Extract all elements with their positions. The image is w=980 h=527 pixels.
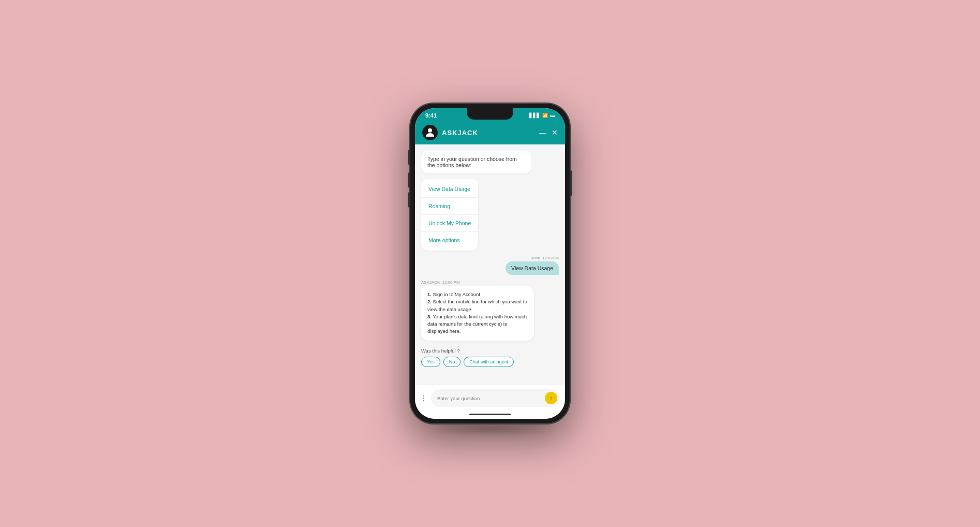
yes-button[interactable]: Yes: [421, 357, 440, 367]
user-message-container: John 12:02PM View Data Usage: [506, 256, 559, 275]
bot-prompt-bubble: Type in your question or choose from the…: [421, 151, 531, 173]
helpful-section: Was this helpful ? Yes No Chat with an a…: [421, 346, 559, 369]
phone-notch: [467, 108, 513, 120]
option-view-data-usage[interactable]: View Data Usage: [421, 181, 478, 198]
phone-device: 9:41 ▋▋▋ 📶 ▬ ASKJACK — ✕: [410, 103, 570, 424]
options-card: View Data Usage Roaming Unlock My Phone …: [421, 179, 478, 251]
app-header: ASKJACK — ✕: [415, 121, 565, 144]
user-time: 12:02PM: [542, 256, 559, 260]
user-message-text: View Data Usage: [511, 265, 553, 271]
no-button[interactable]: No: [443, 357, 461, 367]
phone-shadow: [426, 424, 554, 434]
bot-step-2: 2. Select the mobile line for which you …: [427, 299, 527, 312]
close-button[interactable]: ✕: [552, 128, 558, 137]
minimize-button[interactable]: —: [539, 128, 546, 137]
app-title: ASKJACK: [442, 129, 535, 137]
status-time: 9:41: [425, 112, 437, 119]
bot-bubble: 1. Sign in to My Account. 2. Select the …: [421, 286, 534, 341]
chat-area: Type in your question or choose from the…: [415, 144, 565, 385]
bot-message-container: ASKJACK 12:00 PM 1. Sign in to My Accoun…: [421, 280, 534, 341]
battery-icon: ▬: [550, 113, 555, 118]
question-input[interactable]: [437, 396, 542, 401]
wifi-icon: 📶: [542, 113, 548, 118]
home-indicator: [415, 411, 565, 419]
bot-message-meta: ASKJACK 12:00 PM: [421, 280, 534, 285]
helpful-label: Was this helpful ?: [421, 348, 559, 354]
phone-screen: 9:41 ▋▋▋ 📶 ▬ ASKJACK — ✕: [415, 108, 565, 419]
bot-sender: ASKJACK: [421, 280, 440, 285]
svg-point-0: [428, 128, 432, 133]
option-more-options[interactable]: More options: [421, 232, 478, 248]
user-sender: John: [531, 256, 540, 260]
bot-step-1: 1. Sign in to My Account.: [427, 291, 482, 297]
helpful-buttons: Yes No Chat with an agent: [421, 357, 559, 367]
option-unlock-phone[interactable]: Unlock My Phone: [421, 215, 478, 232]
avatar: [422, 125, 438, 140]
input-field-wrap: ↑: [431, 389, 560, 407]
bot-step-3: 3. Your plan's data limit (along with ho…: [427, 314, 527, 334]
signal-icon: ▋▋▋: [529, 113, 540, 118]
send-icon: ↑: [550, 395, 553, 401]
option-roaming[interactable]: Roaming: [421, 198, 478, 215]
user-message-meta: John 12:02PM: [531, 256, 559, 260]
chat-agent-button[interactable]: Chat with an agent: [464, 357, 514, 367]
home-bar: [469, 414, 511, 415]
send-button[interactable]: ↑: [545, 392, 557, 404]
input-area: ⋮ ↑: [415, 385, 565, 411]
bot-prompt-text: Type in your question or choose from the…: [427, 156, 517, 168]
bot-time: 12:00 PM: [442, 280, 459, 285]
status-icons: ▋▋▋ 📶 ▬: [529, 113, 555, 118]
user-bubble: View Data Usage: [506, 261, 559, 275]
more-options-icon[interactable]: ⋮: [420, 394, 427, 402]
header-actions: — ✕: [539, 128, 558, 137]
